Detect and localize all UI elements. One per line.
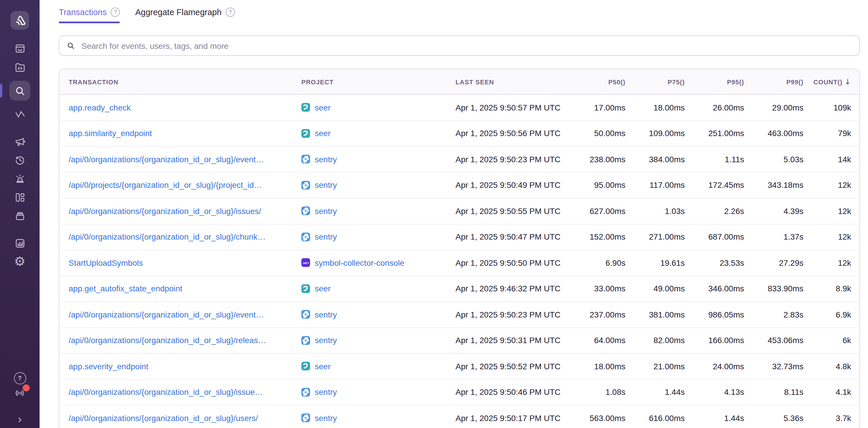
project-link[interactable]: seer	[315, 362, 331, 371]
p95-value: 687.00ms	[685, 232, 744, 242]
count-value: 79k	[803, 129, 851, 138]
project-cell: seer	[301, 284, 456, 293]
project-link[interactable]: sentry	[315, 232, 337, 242]
sidebar-item-insights[interactable]	[9, 234, 30, 252]
transaction-link[interactable]: /api/0/organizations/{organization_id_or…	[69, 232, 301, 242]
p95-value: 26.00ms	[685, 103, 744, 112]
project-link[interactable]: sentry	[315, 414, 337, 423]
sidebar-item-feedback[interactable]	[9, 132, 30, 151]
python-platform-icon	[301, 310, 310, 319]
project-cell: sentry	[301, 414, 456, 423]
sidebar-item-issues[interactable]	[9, 39, 30, 58]
transaction-link[interactable]: /api/0/organizations/{organization_id_or…	[69, 414, 301, 423]
question-circle-icon[interactable]: ?	[111, 7, 120, 17]
project-cell: sentry	[301, 232, 456, 242]
p50-value: 17.00ms	[566, 103, 625, 112]
sidebar-collapse-button[interactable]	[9, 414, 30, 428]
python-platform-icon	[301, 207, 310, 216]
p50-value: 1.08s	[566, 388, 625, 397]
question-circle-icon[interactable]: ?	[226, 7, 235, 17]
p99-value: 8.11s	[744, 388, 803, 397]
tab-transactions[interactable]: Transactions?	[59, 7, 120, 23]
project-link[interactable]: seer	[315, 129, 331, 138]
column-header-project[interactable]: PROJECT	[301, 78, 456, 85]
transactions-table: TRANSACTIONPROJECTLAST SEENP50()P75()P95…	[59, 69, 860, 428]
project-link[interactable]: sentry	[315, 206, 337, 216]
project-link[interactable]: seer	[315, 103, 331, 112]
sidebar-item-replays[interactable]	[9, 151, 30, 169]
last-seen-value: Apr 1, 2025 9:50:49 PM UTC	[456, 180, 566, 190]
column-header-p95[interactable]: P95()	[685, 78, 744, 85]
column-header-p75[interactable]: P75()	[625, 78, 685, 85]
last-seen-value: Apr 1, 2025 9:50:56 PM UTC	[456, 129, 566, 138]
count-value: 14k	[803, 155, 851, 164]
issues-icon	[14, 42, 26, 54]
p99-value: 453.06ms	[744, 336, 803, 345]
p95-value: 23.53s	[685, 258, 744, 267]
last-seen-value: Apr 1, 2025 9:50:50 PM UTC	[456, 258, 566, 267]
sidebar-whats-new-button[interactable]	[9, 386, 30, 402]
sidebar-item-projects[interactable]	[9, 58, 30, 76]
table-row: /api/0/organizations/{organization_id_or…	[59, 301, 859, 327]
p50-value: 6.90s	[566, 258, 625, 267]
sidebar-item-dashboards[interactable]	[9, 188, 30, 206]
count-value: 109k	[803, 103, 851, 112]
p99-value: 27.29s	[744, 258, 803, 267]
project-cell: sentry	[301, 388, 456, 397]
tab-label: Transactions	[59, 7, 107, 17]
sidebar-item-explore[interactable]	[9, 81, 30, 101]
project-link[interactable]: symbol-collector-console	[315, 258, 404, 267]
p99-value: 5.03s	[744, 155, 803, 164]
transaction-link[interactable]: StartUploadSymbols	[69, 258, 301, 267]
transaction-link[interactable]: app.similarity_endpoint	[69, 129, 301, 138]
sidebar-item-stats[interactable]	[9, 105, 30, 123]
siren-icon	[14, 172, 26, 185]
transaction-link[interactable]: /api/0/organizations/{organization_id_or…	[69, 336, 301, 345]
sidebar-item-settings[interactable]: ⚙	[9, 252, 30, 271]
seer-platform-icon	[301, 284, 310, 293]
column-header-p50[interactable]: P50()	[566, 78, 625, 85]
column-header-p99[interactable]: P99()	[744, 78, 803, 85]
project-link[interactable]: sentry	[315, 388, 337, 397]
p75-value: 18.00ms	[625, 103, 685, 112]
transaction-link[interactable]: /api/0/organizations/{organization_id_or…	[69, 388, 301, 397]
count-value: 3.7k	[803, 414, 851, 423]
project-link[interactable]: sentry	[315, 310, 337, 319]
dashboards-icon	[14, 191, 26, 203]
sidebar-help-button[interactable]: ?	[9, 370, 30, 386]
column-header-lastseen[interactable]: LAST SEEN	[456, 78, 566, 85]
seer-platform-icon	[301, 362, 310, 371]
sidebar-item-alerts[interactable]	[9, 169, 30, 188]
p95-value: 4.13s	[685, 388, 744, 397]
p95-value: 986.05ms	[685, 310, 744, 319]
main-content: Transactions?Aggregate Flamegraph? TRANS…	[39, 0, 868, 428]
search-input[interactable]	[80, 40, 852, 51]
sidebar-item-releases[interactable]	[9, 206, 30, 225]
python-platform-icon	[301, 181, 310, 190]
transaction-link[interactable]: /api/0/projects/{organization_id_or_slug…	[69, 180, 301, 190]
p99-value: 32.73ms	[744, 362, 803, 371]
project-link[interactable]: sentry	[315, 155, 337, 164]
project-link[interactable]: seer	[315, 284, 331, 293]
transaction-link[interactable]: /api/0/organizations/{organization_id_or…	[69, 206, 301, 216]
transaction-link[interactable]: app.get_autofix_state_endpoint	[69, 284, 301, 293]
p99-value: 5.36s	[744, 414, 803, 423]
transaction-link[interactable]: app.ready_check	[69, 103, 301, 112]
transaction-link[interactable]: app.severity_endpoint	[69, 362, 301, 371]
project-link[interactable]: sentry	[315, 180, 337, 190]
tab-aggregate-flamegraph[interactable]: Aggregate Flamegraph?	[135, 7, 235, 23]
table-row: /api/0/organizations/{organization_id_or…	[59, 379, 859, 405]
column-header-transaction[interactable]: TRANSACTION	[69, 78, 301, 85]
project-link[interactable]: sentry	[315, 336, 337, 345]
count-value: 8.9k	[803, 284, 851, 293]
transaction-link[interactable]: /api/0/organizations/{organization_id_or…	[69, 155, 301, 164]
table-row: app.similarity_endpointseerApr 1, 2025 9…	[59, 120, 859, 146]
last-seen-value: Apr 1, 2025 9:50:31 PM UTC	[456, 336, 566, 345]
project-cell: sentry	[301, 206, 456, 216]
table-row: app.get_autofix_state_endpointseerApr 1,…	[59, 275, 859, 301]
transaction-link[interactable]: /api/0/organizations/{organization_id_or…	[69, 310, 301, 319]
p75-value: 117.00ms	[625, 180, 685, 190]
python-platform-icon	[301, 388, 310, 397]
sentry-logo[interactable]	[10, 11, 29, 30]
column-header-count[interactable]: COUNT()↓	[803, 77, 851, 86]
